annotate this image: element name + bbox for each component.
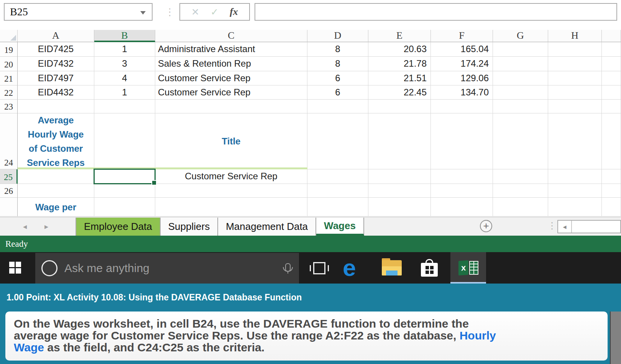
cell-A20[interactable]: EID7432 [18,57,94,71]
prev-sheet-arrow-icon[interactable]: ◂ [23,217,27,236]
row-header-clipped[interactable] [0,198,18,216]
instruction-scrollbar[interactable] [610,312,621,364]
cell-A26[interactable] [18,184,94,198]
cell-D22[interactable]: 6 [307,85,368,100]
excel-taskbar-button[interactable]: x [450,252,486,284]
cell-E[interactable] [368,198,431,216]
cell-x25[interactable] [602,169,621,184]
cell-C21[interactable]: Customer Service Rep [155,71,307,85]
cell-B19[interactable]: 1 [94,42,155,57]
row-header-21[interactable]: 21 [0,71,18,85]
cell-D24[interactable] [307,113,368,169]
cell-A23[interactable] [18,100,94,113]
cell-x22[interactable] [602,85,621,100]
cell-G25[interactable] [493,169,548,184]
cell-B[interactable] [94,198,155,216]
cell-D23[interactable] [307,100,368,113]
cell-C22[interactable]: Customer Service Rep [155,85,307,100]
horizontal-scrollbar[interactable]: ◂ [557,220,621,233]
cell-x26[interactable] [602,184,621,198]
row-header-22[interactable]: 22 [0,85,18,100]
cell-H24[interactable] [548,113,602,169]
file-explorer-icon[interactable] [382,260,402,275]
cell-E24[interactable] [368,113,431,169]
cell-G[interactable] [493,198,548,216]
cell-G23[interactable] [493,100,548,113]
row-header-20[interactable]: 20 [0,57,18,71]
cell-C26[interactable] [155,184,307,198]
cell-C[interactable] [155,198,307,216]
cell-E21[interactable]: 21.51 [368,71,431,85]
cell-C25[interactable]: Customer Service Rep [155,169,307,184]
column-header-A[interactable]: A [18,30,94,42]
insert-function-icon[interactable]: fx [230,6,238,18]
cell-H21[interactable] [548,71,602,85]
row-header-23[interactable]: 23 [0,100,18,113]
cell-E22[interactable]: 22.45 [368,85,431,100]
cell-F21[interactable]: 129.06 [431,71,493,85]
cell-G19[interactable] [493,42,548,57]
cell-x20[interactable] [602,57,621,71]
sheet-tab-management-data[interactable]: Management Data [218,218,316,236]
cell-D19[interactable]: 8 [307,42,368,57]
scroll-left-icon[interactable]: ◂ [558,221,572,233]
cell-E26[interactable] [368,184,431,198]
cell-A24[interactable]: Average Hourly Wage of Customer Service … [18,113,94,169]
cell-F[interactable] [431,198,493,216]
cell-D25[interactable] [307,169,368,184]
cell-C23[interactable] [155,100,307,113]
cell-A19[interactable]: EID7425 [18,42,94,57]
edge-browser-icon[interactable]: e [343,254,356,281]
row-header-26[interactable]: 26 [0,184,18,198]
cortana-search-box[interactable]: Ask me anything [35,253,299,284]
cell-H26[interactable] [548,184,602,198]
sheet-tab-employee-data[interactable]: Employee Data [76,218,161,236]
cell-B24[interactable] [94,113,155,169]
name-box[interactable]: B25 [4,3,153,21]
new-sheet-button[interactable]: + [480,220,492,232]
column-header-F[interactable]: F [431,30,493,42]
row-header-25[interactable]: 25 [0,169,18,184]
cell-x21[interactable] [602,71,621,85]
cell-H[interactable] [548,198,602,216]
cell-E20[interactable]: 21.78 [368,57,431,71]
microsoft-store-icon[interactable] [421,259,438,277]
cancel-icon[interactable]: ✕ [191,7,199,18]
sheet-tab-suppliers[interactable]: Suppliers [161,218,218,236]
column-header-C[interactable]: C [155,30,307,42]
cell-H23[interactable] [548,100,602,113]
cell-H20[interactable] [548,57,602,71]
formula-input[interactable] [255,3,617,21]
cell-D26[interactable] [307,184,368,198]
cell-E25[interactable] [368,169,431,184]
name-box-dropdown-icon[interactable] [140,11,146,15]
cell-x23[interactable] [602,100,621,113]
cell-A21[interactable]: EID7497 [18,71,94,85]
cell-x24[interactable] [602,113,621,169]
cell-F22[interactable]: 134.70 [431,85,493,100]
sheet-tab-wages[interactable]: Wages [316,218,364,236]
column-header-D[interactable]: D [307,30,368,42]
cell-x[interactable] [602,198,621,216]
hourly-wage-link[interactable]: Wage [14,341,44,354]
cell-E19[interactable]: 20.63 [368,42,431,57]
cell-F26[interactable] [431,184,493,198]
start-button-icon[interactable] [9,262,21,274]
column-header-partial[interactable] [602,30,621,42]
cell-B26[interactable] [94,184,155,198]
cell-H25[interactable] [548,169,602,184]
select-all-corner[interactable] [0,30,18,42]
enter-icon[interactable]: ✓ [210,7,219,18]
tab-strip-more-icon[interactable]: ⋮ [547,220,557,231]
cell-F23[interactable] [431,100,493,113]
column-header-E[interactable]: E [368,30,431,42]
cell-H19[interactable] [548,42,602,57]
cell-C19[interactable]: Administrative Assistant [155,42,307,57]
cell-x19[interactable] [602,42,621,57]
cell-G24[interactable] [493,113,548,169]
cell-G26[interactable] [493,184,548,198]
microphone-icon[interactable] [283,263,293,274]
hourly-wage-link[interactable]: Hourly [460,329,496,342]
cell-B23[interactable] [94,100,155,113]
cell-H22[interactable] [548,85,602,100]
